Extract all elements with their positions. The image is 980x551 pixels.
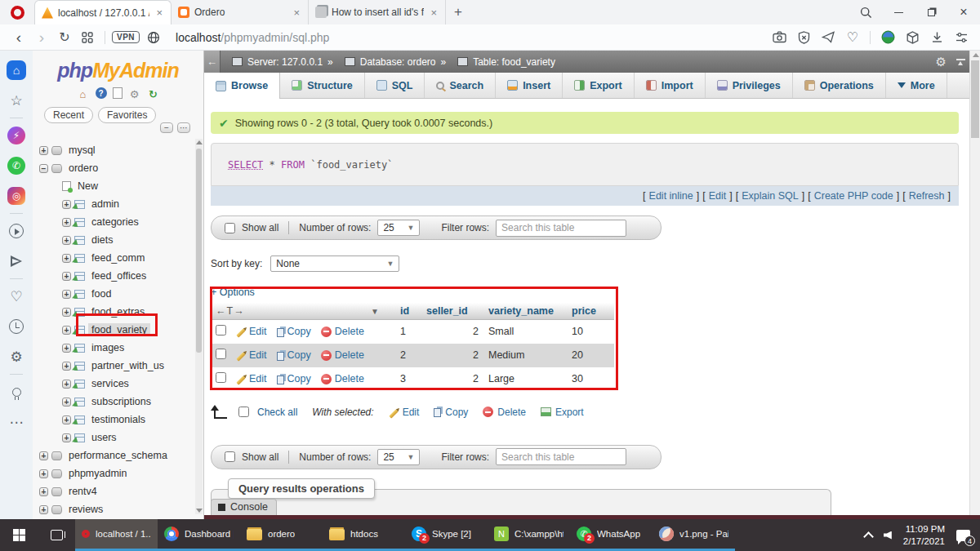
options-toggle[interactable]: + Options <box>211 287 614 301</box>
sidebar-scroll-thumb[interactable] <box>196 149 202 353</box>
speed-dial-icon[interactable] <box>77 28 98 47</box>
tab-browse[interactable]: Browse <box>204 73 280 99</box>
tab-structure[interactable]: Structure <box>280 73 365 98</box>
tab-export[interactable]: Export <box>563 73 635 98</box>
tab-import[interactable]: Import <box>635 73 706 98</box>
taskbar-app-ordero-folder[interactable]: ordero <box>240 519 323 551</box>
adblock-shield-icon[interactable] <box>793 28 814 47</box>
tab-close-icon[interactable]: × <box>154 7 164 19</box>
tree-item-mysql[interactable]: +mysql <box>39 141 203 159</box>
messenger-icon[interactable]: ⚡ <box>7 126 26 145</box>
edit-link[interactable]: Edit <box>709 190 727 202</box>
breadcrumb-database[interactable]: Database: ordero <box>360 56 436 68</box>
taskbar-app-opera[interactable]: localhost / 1... <box>75 519 158 551</box>
main-scrollbar[interactable] <box>969 51 980 515</box>
download-icon[interactable] <box>926 28 947 47</box>
taskbar-app-skype[interactable]: S2 Skype [2] <box>405 519 488 551</box>
pma-settings-icon[interactable]: ⚙ <box>128 87 141 100</box>
expand-icon[interactable]: + <box>39 469 48 478</box>
easy-setup-bulb-icon[interactable] <box>7 382 26 402</box>
with-selected-edit[interactable]: Edit <box>389 407 420 418</box>
expand-icon[interactable]: + <box>39 451 48 460</box>
tree-item-reviews[interactable]: +reviews <box>39 500 203 518</box>
notification-center-icon[interactable]: 4 <box>956 530 970 541</box>
tree-item-phpmyadmin[interactable]: +phpmyadmin <box>39 464 203 482</box>
tree-item-food-variety[interactable]: +food_variety <box>39 321 203 339</box>
expand-icon[interactable]: + <box>62 380 71 389</box>
tab-search[interactable]: Search <box>425 73 496 98</box>
column-header-id[interactable]: id <box>395 303 421 320</box>
show-all-checkbox[interactable] <box>225 223 235 233</box>
row-checkbox[interactable] <box>216 349 226 359</box>
with-selected-export[interactable]: Export <box>541 407 584 418</box>
tree-item-images[interactable]: +images <box>39 339 203 357</box>
check-all-checkbox[interactable] <box>238 407 249 417</box>
expand-icon[interactable]: + <box>62 272 71 281</box>
show-all-checkbox[interactable] <box>225 451 235 462</box>
tree-item-subscriptions[interactable]: +subscriptions <box>39 393 203 411</box>
taskbar-app-htdocs-folder[interactable]: htdocs <box>323 519 405 551</box>
collapse-console-icon[interactable] <box>956 59 965 65</box>
idm-extension-icon[interactable] <box>877 28 898 47</box>
sort-by-key-select[interactable]: None▼ <box>270 256 399 272</box>
tree-item-diets[interactable]: +diets <box>39 231 203 249</box>
tree-item-users[interactable]: +users <box>39 429 203 447</box>
tab-close-icon[interactable]: × <box>429 7 439 19</box>
tab-operations[interactable]: Operations <box>793 73 886 98</box>
expand-icon[interactable]: + <box>62 290 71 299</box>
taskbar-app-whatsapp[interactable]: ✆2 WhatsApp <box>570 519 653 551</box>
whatsapp-icon[interactable]: ✆ <box>7 156 26 176</box>
with-selected-copy[interactable]: Copy <box>434 407 468 418</box>
expand-icon[interactable]: + <box>62 344 71 353</box>
history-clock-icon[interactable] <box>7 317 26 336</box>
row-edit-link[interactable]: Edit <box>249 326 267 337</box>
row-copy-link[interactable]: Copy <box>287 373 311 384</box>
favorite-tables-button[interactable]: Favorites <box>98 107 156 123</box>
tree-item-food-extras[interactable]: +food_extras <box>39 303 203 321</box>
column-header-seller-id[interactable]: seller_id <box>421 303 483 320</box>
easy-setup-tune-icon[interactable] <box>951 28 972 47</box>
taskbar-app-paint[interactable]: v1.png - Paint <box>653 519 735 551</box>
row-delete-link[interactable]: Delete <box>335 373 364 384</box>
row-checkbox[interactable] <box>216 372 226 383</box>
personal-news-heart-icon[interactable]: ♡ <box>7 287 26 306</box>
my-flow-send-icon[interactable] <box>7 251 26 271</box>
expand-icon[interactable]: + <box>62 218 71 227</box>
reload-icon[interactable]: ↻ <box>54 28 75 47</box>
with-selected-delete[interactable]: Delete <box>483 407 526 418</box>
search-icon[interactable] <box>849 0 882 24</box>
pma-reload-nav-icon[interactable]: ↻ <box>147 87 160 100</box>
expand-icon[interactable]: + <box>62 362 71 371</box>
start-button[interactable] <box>0 519 38 551</box>
collapse-icon[interactable]: − <box>39 164 48 173</box>
expand-icon[interactable]: + <box>62 398 71 407</box>
check-all-label[interactable]: Check all <box>257 407 297 418</box>
number-of-rows-select[interactable]: 25▼ <box>377 449 420 465</box>
minimize-button[interactable] <box>882 0 915 24</box>
tab-insert[interactable]: Insert <box>496 73 563 98</box>
create-php-code-link[interactable]: Create PHP code <box>814 190 893 202</box>
recent-tables-button[interactable]: Recent <box>44 107 93 123</box>
vpn-badge[interactable]: VPN <box>112 31 140 43</box>
tab-close-icon[interactable]: × <box>292 7 301 19</box>
tree-item-testimonials[interactable]: +testimonials <box>39 411 203 429</box>
column-header-variety-name[interactable]: variety_name <box>483 303 567 320</box>
instagram-icon[interactable]: ◎ <box>7 186 26 206</box>
tree-item-new[interactable]: New <box>39 177 203 195</box>
column-header-price[interactable]: price <box>567 303 614 320</box>
row-edit-link[interactable]: Edit <box>249 373 267 384</box>
expand-icon[interactable]: + <box>62 236 71 245</box>
forward-icon[interactable]: › <box>31 28 52 47</box>
volume-icon[interactable] <box>884 531 892 540</box>
column-arrows-icon[interactable]: ←T→ <box>216 305 245 317</box>
player-icon[interactable] <box>7 221 26 241</box>
browser-tab-phpmyadmin[interactable]: localhost / 127.0.0.1 / orde × <box>34 0 172 24</box>
tree-item-rentv4[interactable]: +rentv4 <box>39 482 203 500</box>
new-tab-button[interactable]: + <box>446 0 470 24</box>
task-view-button[interactable] <box>38 519 75 551</box>
tree-item-services[interactable]: +services <box>39 375 203 393</box>
scroll-up-icon[interactable] <box>196 140 203 144</box>
row-edit-link[interactable]: Edit <box>249 349 267 361</box>
expand-icon[interactable]: + <box>62 326 71 335</box>
row-copy-link[interactable]: Copy <box>287 349 311 361</box>
